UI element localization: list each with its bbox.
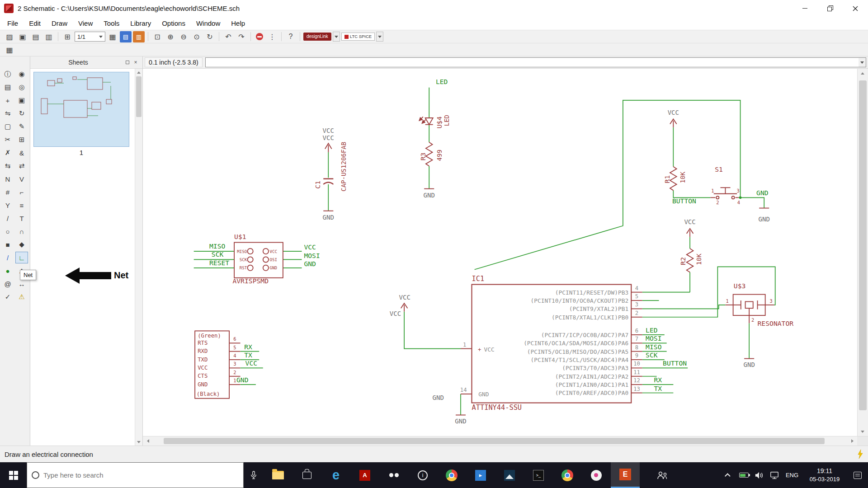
- net-label-tx-pa0[interactable]: TX: [654, 385, 662, 392]
- bus-tool-icon[interactable]: /: [1, 252, 14, 263]
- taskbar-video-app[interactable]: ▸: [466, 462, 495, 488]
- component-r1[interactable]: R1 10K: [663, 167, 686, 191]
- close-button[interactable]: [843, 0, 868, 17]
- u3-value[interactable]: RESONATOR: [758, 319, 794, 327]
- ic1-value[interactable]: ATTINY44-SSU: [472, 404, 522, 412]
- net-label-button[interactable]: BUTTON: [672, 197, 696, 205]
- net-label-vcc[interactable]: VCC: [304, 243, 316, 251]
- action-center-button[interactable]: [847, 462, 868, 488]
- menu-help[interactable]: Help: [226, 17, 250, 30]
- copy-tool-icon[interactable]: ▣: [15, 94, 28, 106]
- component-r3[interactable]: R3 499: [419, 142, 443, 166]
- menu-view[interactable]: View: [73, 17, 98, 30]
- rect-tool-icon[interactable]: ■: [1, 239, 14, 250]
- component-resonator-u3[interactable]: U$3 1 3 2 RESONATOR: [725, 282, 793, 327]
- scrollbar-thumb[interactable]: [136, 76, 142, 117]
- cut-tool-icon[interactable]: ✂: [1, 134, 14, 145]
- sheets-scrollbar[interactable]: [135, 69, 142, 446]
- volume-button[interactable]: [751, 462, 767, 488]
- group-tool-icon[interactable]: ▢: [1, 121, 14, 132]
- invoke-tool-icon[interactable]: ≡: [15, 199, 28, 211]
- net-label-sck[interactable]: SCK: [212, 250, 224, 258]
- scroll-down-arrow[interactable]: [135, 438, 142, 446]
- redo-icon[interactable]: ↷: [236, 31, 247, 42]
- schematic-icon[interactable]: ▤: [120, 31, 132, 42]
- u3-ref[interactable]: U$3: [734, 282, 746, 290]
- run-script-icon[interactable]: ⋮: [266, 31, 278, 42]
- mark-tool-icon[interactable]: ◎: [15, 81, 28, 93]
- r3-value[interactable]: 499: [436, 150, 443, 161]
- network-button[interactable]: [767, 462, 782, 488]
- net-label-gnd-s1[interactable]: GND: [756, 189, 769, 197]
- zoom-select-icon[interactable]: ⊙: [191, 31, 203, 42]
- zoom-in-icon[interactable]: ⊕: [165, 31, 176, 42]
- r3-ref[interactable]: R3: [419, 153, 427, 161]
- net-label-miso-pa5[interactable]: MISO: [646, 343, 661, 351]
- taskbar-browser[interactable]: [553, 462, 582, 488]
- net-label-miso[interactable]: MISO: [209, 242, 225, 250]
- sheet-thumbnail[interactable]: [33, 72, 129, 147]
- sheet-1-label[interactable]: 1: [33, 149, 129, 156]
- smash-tool-icon[interactable]: #: [1, 186, 14, 198]
- zoom-out-icon[interactable]: ⊖: [178, 31, 189, 42]
- menu-tools[interactable]: Tools: [98, 17, 125, 30]
- net-label-mosi[interactable]: MOSI: [304, 252, 320, 259]
- vcc-symbol-c1[interactable]: VCC VCC: [323, 127, 334, 152]
- search-input[interactable]: [43, 471, 239, 479]
- pinswap-tool-icon[interactable]: ⇆: [1, 160, 14, 172]
- board-icon[interactable]: ▥: [133, 31, 145, 42]
- taskbar-eagle-active[interactable]: E: [611, 462, 640, 488]
- hidden-icons-button[interactable]: [721, 462, 736, 488]
- show-tool-icon[interactable]: ◉: [15, 68, 28, 80]
- errors-tool-icon[interactable]: ⚠: [15, 291, 28, 303]
- scroll-up-arrow[interactable]: [135, 69, 142, 76]
- language-indicator[interactable]: ENG: [782, 462, 802, 488]
- taskbar-command-prompt[interactable]: >_: [524, 462, 553, 488]
- text-tool-icon[interactable]: T: [15, 212, 28, 224]
- taskbar-people[interactable]: [651, 462, 673, 488]
- taskbar-info-app[interactable]: i: [408, 462, 437, 488]
- zoom-redraw-icon[interactable]: ↻: [204, 31, 216, 42]
- taskbar-store[interactable]: [292, 462, 321, 488]
- erc-tool-icon[interactable]: ✓: [1, 291, 14, 303]
- change-tool-icon[interactable]: ✎: [15, 121, 28, 132]
- menu-options[interactable]: Options: [156, 17, 191, 30]
- isp-ref[interactable]: U$1: [234, 233, 246, 240]
- stop-icon[interactable]: [256, 33, 263, 40]
- ic1-ref[interactable]: IC1: [472, 275, 485, 283]
- r1-value[interactable]: 10K: [679, 172, 686, 183]
- net-label-rx[interactable]: RX: [244, 343, 252, 351]
- layer-settings-icon[interactable]: ▦: [107, 31, 118, 42]
- gnd-symbol-c1[interactable]: GND: [323, 211, 334, 221]
- undo-icon[interactable]: ↶: [222, 31, 234, 42]
- net-label-led-pa7[interactable]: LED: [646, 326, 658, 334]
- net-label-mosi-pa6[interactable]: MOSI: [646, 334, 661, 342]
- mirror-tool-icon[interactable]: ⇋: [1, 108, 14, 119]
- led-ref[interactable]: U$4: [435, 117, 443, 129]
- component-s1-switch[interactable]: S1 1 3 2 4: [710, 165, 740, 205]
- taskbar-file-explorer[interactable]: [264, 462, 292, 488]
- menu-edit[interactable]: Edit: [24, 17, 46, 30]
- grid-toggle-icon[interactable]: ▦: [4, 44, 15, 56]
- sheet-selector[interactable]: 1/1: [75, 32, 105, 42]
- rotate-tool-icon[interactable]: ↻: [15, 108, 28, 119]
- command-combobox[interactable]: [205, 57, 866, 67]
- net-label-rx-pa1[interactable]: RX: [654, 376, 662, 384]
- taskbar-paint[interactable]: [582, 462, 611, 488]
- gnd-symbol-ic1[interactable]: GND GND: [433, 394, 467, 424]
- ltspice-button[interactable]: LTC SPICE: [341, 33, 375, 41]
- net-label-tx[interactable]: TX: [244, 351, 252, 359]
- ltspice-dropdown[interactable]: [376, 32, 383, 42]
- r1-ref[interactable]: R1: [663, 175, 671, 183]
- r2-value[interactable]: 10K: [695, 253, 703, 265]
- gnd-symbol-led[interactable]: GND: [424, 189, 435, 199]
- status-flag-icon[interactable]: [857, 450, 863, 459]
- command-input[interactable]: [206, 58, 859, 67]
- menu-file[interactable]: File: [2, 17, 24, 30]
- save-icon[interactable]: ▣: [17, 31, 28, 42]
- s1-ref[interactable]: S1: [715, 165, 723, 173]
- gnd-symbol-u3[interactable]: GND: [743, 359, 755, 368]
- c1-ref[interactable]: C1: [314, 181, 321, 189]
- scrollbar-thumb[interactable]: [859, 80, 867, 410]
- component-led-u4[interactable]: U$4 LED: [419, 115, 450, 128]
